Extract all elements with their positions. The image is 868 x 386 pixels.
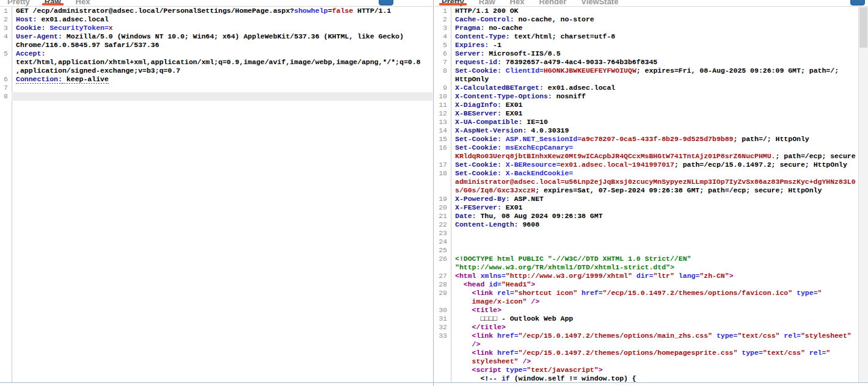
code-row[interactable]: 5Accept: [0,49,432,58]
code-row[interactable]: image/x-icon" /> [434,297,868,306]
code-row[interactable]: 4Content-Type: text/html; charset=utf-8 [434,32,868,41]
code-row[interactable]: 10X-Content-Type-Options: nosniff [434,92,868,101]
code-row[interactable]: 14X-AspNet-Version: 4.0.30319 [434,126,868,135]
code-row[interactable]: 7 [0,84,432,92]
code-line[interactable]: text/html,application/xhtml+xml,applicat… [12,58,432,67]
code-line[interactable]: X-Powered-By: ASP.NET [451,195,868,203]
tab-raw[interactable]: Raw [472,0,503,6]
tab-render[interactable]: Render [531,0,574,6]
code-row[interactable]: 18Set-Cookie: X-BackEndCookie= [434,169,868,178]
code-line[interactable]: X-Content-Type-Options: nosniff [451,92,868,101]
code-row[interactable]: 2Host: ex01.adsec.local [0,15,432,24]
code-row[interactable]: 22Content-Length: 9608 [434,220,868,229]
code-line[interactable]: Chrome/116.0.5845.97 Safari/537.36 [12,41,432,49]
scrollbar-thumb[interactable] [859,7,867,48]
show-nonprintable-icon[interactable] [379,0,393,5]
code-row[interactable]: 31 □□□□ - Outlook Web App [434,315,868,323]
code-line[interactable]: Set-Cookie: ASP.NET_SessionId=a9c78207-0… [451,135,868,144]
code-row[interactable]: 3Pragma: no-cache [434,24,868,32]
code-line[interactable]: Host: ex01.adsec.local [12,15,432,24]
code-line[interactable]: X-DiagInfo: EX01 [451,101,868,109]
code-row[interactable]: 5Expires: -1 [434,41,868,49]
code-line[interactable]: HTTP/1.1 200 OK [451,7,868,15]
code-row[interactable]: 11X-DiagInfo: EX01 [434,101,868,109]
code-line[interactable]: X-CalculatedBETarget: ex01.adsec.local [451,84,868,92]
code-row[interactable]: 2Cache-Control: no-cache, no-store [434,15,868,24]
code-line[interactable] [12,92,432,101]
tab-pretty[interactable]: Pretty [0,0,37,6]
code-row[interactable]: 16Set-Cookie: msExchEcpCanary= [434,144,868,152]
code-row[interactable]: 30 <title> [434,306,868,315]
code-line[interactable]: image/x-icon" /> [451,297,868,306]
tab-viewstate[interactable]: ViewState [574,0,625,6]
code-line[interactable]: Set-Cookie: X-BackEndCookie= [451,169,868,178]
code-line[interactable]: <!DOCTYPE html PUBLIC "-//W3C//DTD XHTML… [451,255,868,263]
code-row[interactable]: <!-- if (window.self != window.top) { [434,374,868,382]
code-line[interactable]: </title> [451,323,868,332]
code-row[interactable]: 32 </title> [434,323,868,332]
code-line[interactable]: Content-Type: text/html; charset=utf-8 [451,32,868,41]
code-row[interactable]: 20X-FEServer: EX01 [434,203,868,212]
code-row[interactable]: 25 [434,246,868,255]
code-row[interactable]: text/html,application/xhtml+xml,applicat… [0,58,432,67]
code-row[interactable]: 23 [434,229,868,238]
current-line-row[interactable]: 8 [0,92,432,101]
code-line[interactable]: Expires: -1 [451,41,868,49]
code-line[interactable]: Set-Cookie: ClientId=HGONKJBWKEUEFEYFWOI… [451,67,868,75]
code-line[interactable]: Pragma: no-cache [451,24,868,32]
code-line[interactable]: request-id: 78392657-a479-4ac4-9033-764b… [451,58,868,67]
code-row[interactable]: 7request-id: 78392657-a479-4ac4-9033-764… [434,58,868,67]
code-row[interactable]: "http://www.w3.org/TR/xhtml1/DTD/xhtml1-… [434,263,868,272]
code-row[interactable]: 28 <head id="Head1"> [434,280,868,289]
code-line[interactable]: User-Agent: Mozilla/5.0 (Windows NT 10.0… [12,32,432,41]
code-line[interactable]: X-FEServer: EX01 [451,203,868,212]
tab-pretty[interactable]: Pretty [434,0,472,6]
code-line[interactable]: X-AspNet-Version: 4.0.30319 [451,126,868,135]
code-line[interactable]: ,application/signed-exchange;v=b3;q=0.7 [12,67,432,75]
code-line[interactable]: Accept: [12,49,432,58]
code-line[interactable]: Set-Cookie: X-BEResource=ex01.adsec.loca… [451,161,868,169]
code-line[interactable]: <link rel="shortcut icon" href="/ecp/15.… [451,289,868,297]
request-editor[interactable]: 1GET /ecp/administrator@adsec.local/Pers… [0,7,432,382]
code-line[interactable]: KRldqRo03Uerq8jbtBInhxKewz0Mt9wICAcpbJR4… [451,152,868,161]
code-row[interactable]: <link href="/ecp/15.0.1497.2/themes/opti… [434,349,868,357]
code-row[interactable]: s/G0s/Iq8/Gxc3JxczH; expires=Sat, 07-Sep… [434,186,868,195]
code-row[interactable]: ,application/signed-exchange;v=b3;q=0.7 [0,67,432,75]
code-row[interactable]: Chrome/116.0.5845.97 Safari/537.36 [0,41,432,49]
code-line[interactable]: <head id="Head1"> [451,280,868,289]
code-line[interactable]: administrator@adsec.local=u56Lnp2ejJqBxs… [451,178,868,186]
code-row[interactable]: 12X-BEServer: EX01 [434,109,868,118]
code-line[interactable]: Set-Cookie: msExchEcpCanary= [451,144,868,152]
code-line[interactable]: /> [451,340,868,349]
code-row[interactable]: 13X-UA-Compatible: IE=10 [434,118,868,126]
code-line[interactable]: <html xmlns="http://www.w3.org/1999/xhtm… [451,272,868,280]
code-row[interactable]: HttpOnly [434,75,868,84]
code-row[interactable]: 29 <link rel="shortcut icon" href="/ecp/… [434,289,868,297]
code-row[interactable]: 1HTTP/1.1 200 OK [434,7,868,15]
code-line[interactable]: X-UA-Compatible: IE=10 [451,118,868,126]
code-line[interactable]: <script type="text/javascript"> [451,366,868,374]
code-row[interactable]: 1GET /ecp/administrator@adsec.local/Pers… [0,7,432,15]
code-line[interactable] [451,246,868,255]
code-row[interactable]: 6Server: Microsoft-IIS/8.5 [434,49,868,58]
show-nonprintable-icon[interactable] [850,0,865,5]
code-row[interactable]: 24 [434,238,868,246]
code-row[interactable]: /> [434,340,868,349]
code-line[interactable]: <link href="/ecp/15.0.1497.2/themes/opti… [451,349,868,357]
code-row[interactable]: 6Connection: keep-alive [0,75,432,84]
code-line[interactable]: s/G0s/Iq8/Gxc3JxczH; expires=Sat, 07-Sep… [451,186,868,195]
code-line[interactable]: X-BEServer: EX01 [451,109,868,118]
code-row[interactable]: 15Set-Cookie: ASP.NET_SessionId=a9c78207… [434,135,868,144]
code-line[interactable]: Server: Microsoft-IIS/8.5 [451,49,868,58]
tab-hex[interactable]: Hex [503,0,532,6]
code-row[interactable]: 17Set-Cookie: X-BEResource=ex01.adsec.lo… [434,161,868,169]
code-line[interactable]: Connection: keep-alive [12,75,432,84]
code-row[interactable]: administrator@adsec.local=u56Lnp2ejJqBxs… [434,178,868,186]
code-row[interactable]: 9X-CalculatedBETarget: ex01.adsec.local [434,84,868,92]
code-line[interactable] [451,229,868,238]
code-row[interactable]: KRldqRo03Uerq8jbtBInhxKewz0Mt9wICAcpbJR4… [434,152,868,161]
code-row[interactable]: 8Set-Cookie: ClientId=HGONKJBWKEUEFEYFWO… [434,67,868,75]
response-editor[interactable]: 1HTTP/1.1 200 OK2Cache-Control: no-cache… [434,7,868,382]
code-row[interactable]: 33 <link href="/ecp/15.0.1497.2/themes/o… [434,332,868,340]
code-line[interactable]: <title> [451,306,868,315]
